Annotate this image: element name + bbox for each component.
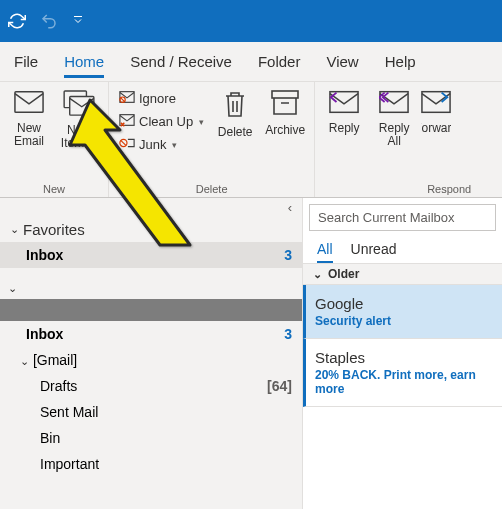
tab-help[interactable]: Help xyxy=(385,45,416,78)
cleanup-icon xyxy=(119,113,135,130)
nav-account-bar[interactable] xyxy=(0,299,302,321)
undo-icon[interactable] xyxy=(40,12,58,30)
ribbon-tabs: File Home Send / Receive Folder View Hel… xyxy=(0,42,502,82)
tab-file[interactable]: File xyxy=(14,45,38,78)
svg-rect-2 xyxy=(70,97,94,116)
nav-bin[interactable]: Bin xyxy=(0,425,302,451)
group-label-respond: Respond xyxy=(427,183,471,195)
junk-icon xyxy=(119,136,135,153)
message-from: Google xyxy=(315,295,490,312)
svg-rect-10 xyxy=(422,92,450,113)
message-item[interactable]: Google Security alert xyxy=(303,285,502,339)
ribbon-group-new: New Email New Items▾ New xyxy=(0,82,109,197)
nav-sent-mail[interactable]: Sent Mail xyxy=(0,399,302,425)
refresh-icon[interactable] xyxy=(8,12,26,30)
new-items-button[interactable]: New Items▾ xyxy=(56,86,102,181)
ribbon-group-respond: Reply Reply All Forward Respond xyxy=(315,82,457,197)
new-email-button[interactable]: New Email xyxy=(6,86,52,181)
filter-all[interactable]: All xyxy=(317,241,333,263)
message-subject: 20% BACK. Print more, earn more xyxy=(315,368,490,396)
nav-drafts[interactable]: Drafts[64] xyxy=(0,373,302,399)
folder-pane: ‹ ⌄Favorites Inbox3 ⌄ Inbox3 ⌄ [Gmail] D… xyxy=(0,198,302,509)
archive-icon xyxy=(271,90,299,120)
group-older[interactable]: ⌄Older xyxy=(303,263,502,285)
ribbon-group-delete: Ignore Clean Up▾ Junk▾ Delete Archive xyxy=(109,82,315,197)
tab-send-receive[interactable]: Send / Receive xyxy=(130,45,232,78)
reply-all-icon xyxy=(379,90,409,118)
trash-icon xyxy=(223,90,247,122)
cleanup-button[interactable]: Clean Up▾ xyxy=(115,111,208,132)
svg-rect-7 xyxy=(272,91,298,98)
group-label-delete: Delete xyxy=(196,183,228,195)
message-item[interactable]: Staples 20% BACK. Print more, earn more xyxy=(303,339,502,407)
envelope-icon xyxy=(14,90,44,118)
ignore-button[interactable]: Ignore xyxy=(115,88,208,109)
envelope-stack-icon xyxy=(63,90,95,120)
ignore-icon xyxy=(119,90,135,107)
nav-gmail[interactable]: ⌄ [Gmail] xyxy=(0,347,302,373)
filter-bar: All Unread xyxy=(303,235,502,263)
customize-qat-icon[interactable] xyxy=(72,15,84,27)
ribbon: New Email New Items▾ New Ignore Clean Up… xyxy=(0,82,502,198)
collapse-nav-icon[interactable]: ‹ xyxy=(0,198,302,217)
group-label-new: New xyxy=(43,183,65,195)
message-subject: Security alert xyxy=(315,314,490,328)
search-input[interactable]: Search Current Mailbox xyxy=(309,204,496,231)
forward-icon xyxy=(421,90,451,118)
main-area: ‹ ⌄Favorites Inbox3 ⌄ Inbox3 ⌄ [Gmail] D… xyxy=(0,198,502,509)
favorites-header[interactable]: ⌄Favorites xyxy=(0,217,302,242)
reply-all-button[interactable]: Reply All xyxy=(371,86,417,181)
title-bar xyxy=(0,0,502,42)
message-from: Staples xyxy=(315,349,490,366)
junk-button[interactable]: Junk▾ xyxy=(115,134,208,155)
forward-button[interactable]: Forward xyxy=(421,86,451,181)
nav-inbox-fav[interactable]: Inbox3 xyxy=(0,242,302,268)
reply-button[interactable]: Reply xyxy=(321,86,367,181)
tab-home[interactable]: Home xyxy=(64,45,104,78)
svg-rect-0 xyxy=(15,92,43,113)
nav-inbox[interactable]: Inbox3 xyxy=(0,321,302,347)
tab-view[interactable]: View xyxy=(326,45,358,78)
archive-button[interactable]: Archive xyxy=(262,86,308,181)
account-header[interactable]: ⌄ xyxy=(0,278,302,299)
tab-folder[interactable]: Folder xyxy=(258,45,301,78)
nav-important[interactable]: Important xyxy=(0,451,302,477)
filter-unread[interactable]: Unread xyxy=(351,241,397,263)
delete-button[interactable]: Delete xyxy=(212,86,258,181)
message-list: Search Current Mailbox All Unread ⌄Older… xyxy=(302,198,502,509)
reply-icon xyxy=(329,90,359,118)
